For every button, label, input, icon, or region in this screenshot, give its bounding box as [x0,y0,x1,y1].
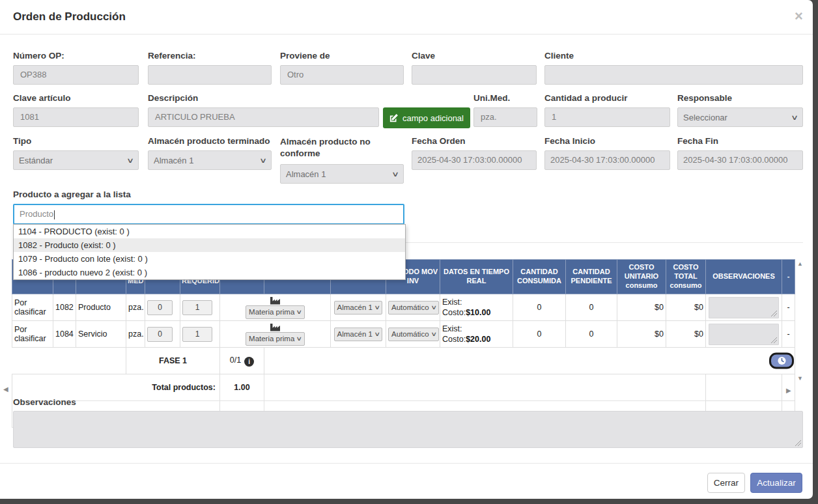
cell-dash: - [782,294,795,321]
metodo-mov-value: Automático [391,303,429,311]
almacen-terminado-value: Almacén 1 [154,156,193,165]
pencil-square-icon [389,113,399,122]
referencia-input[interactable] [148,65,272,85]
col-header-cantidad-consumida: CANTIDAD CONSUMIDA [513,260,566,294]
close-icon[interactable]: × [795,8,803,25]
scroll-right-icon[interactable]: ▶ [786,387,791,394]
campo-adicional-button[interactable]: campo adicional [383,107,470,128]
totals-row: Total productos: 1.00 [12,374,795,401]
cliente-input[interactable] [544,65,803,85]
cell-datos-tiempo-real: Exist: Costo:$10.00 [440,294,513,321]
chevron-down-icon: ∨ [374,305,380,311]
almacen-row-value: Almacén 1 [337,330,373,338]
actualizar-button[interactable]: Actualizar [750,473,802,493]
proviene-de-input[interactable]: Otro [280,65,404,85]
producto-search-input[interactable]: Producto [13,204,404,225]
total-productos-value: 1.00 [220,374,264,401]
field-cantidad-producir: Cantidad a producir 1 [544,93,670,127]
tipo-materia-select[interactable]: Materia prima ∨ [246,332,305,346]
cantidad-producir-label: Cantidad a producir [544,93,670,103]
almacen-no-conforme-select[interactable]: Almacén 1 ∨ [280,164,404,184]
cerrar-button[interactable]: Cerrar [707,473,745,493]
col-header-costo-total: COSTO TOTAL consumo [666,260,706,294]
almacen-row-select[interactable]: Almacén 1 ∨ [334,328,383,341]
fase-progress: 0/1i [220,348,264,374]
chevron-down-icon: ∨ [430,331,437,337]
existencia-input[interactable]: 0 [147,300,173,315]
clave-articulo-label: Clave artículo [13,93,139,103]
chevron-down-icon: ∨ [791,114,798,121]
uni-med-input[interactable]: pza. [473,107,537,127]
chevron-down-icon: ∨ [430,305,437,311]
field-fecha-inicio: Fecha Inicio 2025-04-30 17:03:00.00000 [544,136,670,170]
numero-op-label: Número OP: [13,51,139,61]
cliente-label: Cliente [544,51,803,61]
cell-costo-unitario: $0 [617,321,666,348]
tipo-select[interactable]: Estándar ∨ [13,150,139,170]
cell-unidad: pza. [126,321,145,348]
vertical-scrollbar[interactable]: ▲ ▼ [796,259,806,383]
clave-articulo-input[interactable]: 1081 [13,107,139,127]
col-header-datos-tiempo-real: DATOS EN TIEMPO REAL [440,260,513,294]
metodo-mov-select[interactable]: Automático ∨ [388,328,439,341]
observaciones-label: Observaciones [13,397,76,407]
suggestion-item[interactable]: 1104 - PRODUCTO (exist: 0 ) [14,225,405,238]
cantidad-producir-input[interactable]: 1 [544,107,670,127]
field-clave-articulo: Clave artículo 1081 [13,93,139,127]
scroll-left-icon[interactable]: ◀ [3,385,8,393]
info-icon[interactable]: i [244,357,254,367]
suggestion-item[interactable]: 1079 - Producto con lote (exist: 0 ) [14,252,405,266]
tipo-materia-value: Materia prima [249,335,294,343]
almacen-terminado-select[interactable]: Almacén 1 ∨ [148,150,272,170]
cell-consumida: 0 [513,321,566,348]
observaciones-row-textarea[interactable] [709,297,779,318]
col-header-costo-unitario: COSTO UNITARIO consumo [617,260,666,294]
cell-datos-tiempo-real: Exist: Costo:$20.00 [440,321,513,348]
cell-clave: 1084 [53,321,76,348]
cantidad-requerida-input[interactable]: 1 [182,327,212,342]
responsable-select[interactable]: Seleccionar ∨ [677,107,803,127]
observaciones-textarea[interactable] [13,411,803,448]
descripcion-input[interactable]: ARTICULO PRUEBA [148,107,379,127]
field-producto-agregar: Producto a agregar a la lista Producto [13,189,404,225]
almacen-row-value: Almacén 1 [337,303,373,311]
scroll-up-icon[interactable]: ▲ [797,260,803,267]
tipo-materia-select[interactable]: Materia prima ∨ [246,305,305,319]
chevron-down-icon: ∨ [126,157,134,164]
fecha-orden-input[interactable]: 2025-04-30 17:03:00.00000 [412,150,537,170]
numero-op-input[interactable]: OP388 [13,65,139,85]
suggestion-item[interactable]: 1086 - producto nuevo 2 (exist: 0 ) [14,266,405,279]
cell-costo-total: $0 [666,321,706,348]
cell-descripcion: Servicio [76,321,126,348]
fecha-fin-input[interactable]: 2025-04-30 17:03:00.00000 [677,150,803,170]
observaciones-row-textarea[interactable] [709,324,779,345]
referencia-label: Referencia: [148,51,272,61]
cell-clasificacion: Por clasificar [12,321,53,348]
clave-input[interactable] [412,65,537,85]
chevron-down-icon: ∨ [374,331,380,337]
almacen-row-select[interactable]: Almacén 1 ∨ [334,301,383,315]
descripcion-label: Descripción [148,93,470,103]
metodo-mov-select[interactable]: Automático ∨ [388,301,439,315]
fase-progress-value: 0/1 [230,356,241,365]
existencia-input[interactable]: 0 [147,327,173,342]
field-uni-med: Uni.Med. pza. [473,93,537,127]
field-proviene-de: Proviene de Otro [280,51,404,85]
header-divider [0,34,813,35]
costo-label: Costo: [442,308,466,317]
cantidad-requerida-input[interactable]: 1 [182,300,212,315]
producto-search-value: Producto [20,209,53,219]
cell-costo-total: $0 [666,294,706,321]
tipo-label: Tipo [13,136,139,146]
costo-value: $20.00 [466,335,490,344]
footer-divider [0,463,813,464]
scroll-down-icon[interactable]: ▼ [797,375,803,382]
chevron-down-icon: ∨ [259,157,267,164]
production-order-modal: Orden de Producción × Número OP: OP388 R… [0,0,813,499]
clock-button[interactable] [769,353,794,369]
almacen-no-conforme-label: Almacén producto no conforme [280,136,404,160]
suggestion-item-highlighted[interactable]: 1082 - Producto (exist: 0 ) [14,238,405,252]
fecha-inicio-input[interactable]: 2025-04-30 17:03:00.00000 [544,150,670,170]
table-row: Por clasificar 1084 Servicio pza. 0 1 Ma… [12,321,795,348]
field-referencia: Referencia: [148,51,272,85]
